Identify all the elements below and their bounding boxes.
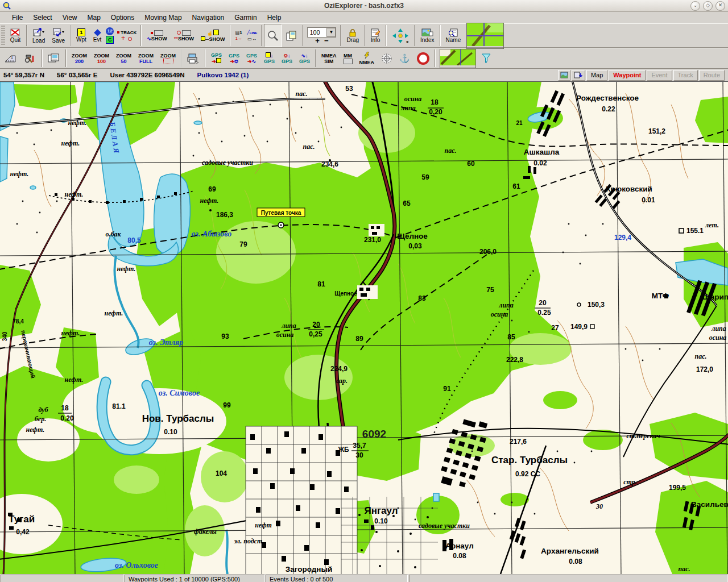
- map-magnifier-preview[interactable]: [466, 23, 504, 49]
- chevron-down-icon[interactable]: ▼: [326, 28, 336, 37]
- anchor-alarm-button[interactable]: ⚓: [396, 48, 413, 68]
- zoom-full-button[interactable]: ZOOMFULL: [135, 48, 157, 68]
- zoom-50-button[interactable]: ZOOM50: [113, 48, 135, 68]
- ruler-button[interactable]: ▭↔: [246, 36, 259, 41]
- maximize-button[interactable]: ◇: [703, 1, 713, 11]
- pan-control[interactable]: x: [388, 24, 412, 47]
- zoom-percent-select[interactable]: 100 ▼: [307, 27, 336, 38]
- gps-download-waypoints-button[interactable]: ↓ GPS: [260, 48, 278, 68]
- map-label: 85: [507, 333, 515, 341]
- waypoint-button[interactable]: 1 Wpt: [73, 24, 90, 47]
- waypoint-number-toggle[interactable]: 12: [106, 27, 114, 35]
- map-label: Стар. Турбаслы: [491, 455, 568, 465]
- map-label: 0,03: [408, 242, 422, 250]
- map-label: 222,8: [506, 356, 523, 364]
- print-button[interactable]: [184, 48, 203, 68]
- filter-button[interactable]: [478, 48, 494, 68]
- zoom-out-button[interactable]: −: [324, 38, 329, 44]
- gps-download-route-button[interactable]: ⎊↓ GPS: [278, 48, 296, 68]
- map-label: 75: [486, 286, 494, 294]
- map-label: 172,0: [696, 365, 713, 373]
- map-label: липа: [498, 301, 514, 309]
- gps-download-track-button[interactable]: ∿↓ GPS: [296, 48, 313, 68]
- map-label: садовые участки: [202, 159, 253, 167]
- map-label: 53: [345, 85, 353, 93]
- line-tool-button[interactable]: ╱LINE: [246, 30, 259, 36]
- image-button[interactable]: [44, 48, 64, 68]
- tab-route[interactable]: Route: [699, 70, 725, 81]
- magnify-button[interactable]: [264, 24, 282, 47]
- minimize-button[interactable]: ⌄: [690, 1, 700, 11]
- ruler-chip-icon: [344, 59, 353, 64]
- menu-select[interactable]: Select: [28, 13, 57, 23]
- show-names-button[interactable]: ☝ ─SHOW: [197, 24, 228, 47]
- load-button[interactable]: Load: [29, 24, 48, 47]
- map-label: Рождественское: [576, 94, 639, 102]
- menu-bar: File Select View Map Options Moving Map …: [0, 12, 728, 23]
- name-search-button[interactable]: Name: [442, 24, 465, 47]
- gps-upload-route-button[interactable]: GPS ➔⎊: [225, 48, 243, 68]
- zoom-control: 100 ▼ + −: [305, 24, 338, 47]
- info-button[interactable]: Info: [367, 24, 384, 47]
- menu-map[interactable]: Map: [82, 13, 106, 23]
- zoom-200-button[interactable]: ZOOM200: [68, 48, 90, 68]
- drag-button[interactable]: Drag: [343, 24, 362, 47]
- map-canvas[interactable]: пас.53осиналипа180,20Рождественское0.22н…: [0, 82, 728, 574]
- moving-map-button[interactable]: MM: [340, 48, 356, 68]
- save-position-button[interactable]: [572, 70, 585, 81]
- map-label: пас.: [303, 143, 315, 151]
- menu-file[interactable]: File: [7, 13, 28, 23]
- event-button[interactable]: Evt: [90, 24, 105, 47]
- show-waypoints-button[interactable]: ∿SHOW: [143, 24, 171, 47]
- satellite-status-button[interactable]: [378, 48, 396, 68]
- status-bar: Waypoints Used : 1 of 10000 (GPS:500) Ev…: [0, 574, 728, 582]
- tab-track[interactable]: Track: [673, 70, 698, 81]
- tab-waypoint[interactable]: Waypoint: [609, 70, 646, 81]
- map-label: 69: [208, 185, 216, 193]
- menu-navigation[interactable]: Navigation: [187, 13, 230, 23]
- map-label: нефт.: [68, 119, 87, 127]
- menu-garmin[interactable]: Garmin: [229, 13, 262, 23]
- screenshot-button[interactable]: [558, 70, 570, 81]
- zoom-in-button[interactable]: +: [315, 38, 320, 44]
- node-icon: [201, 36, 205, 41]
- map-label: 231,0: [364, 236, 381, 244]
- tab-map[interactable]: Map: [586, 70, 607, 81]
- menu-help[interactable]: Help: [262, 13, 287, 23]
- info-page-icon: [370, 28, 380, 37]
- map-label: 206,0: [479, 248, 497, 256]
- menu-moving-map[interactable]: Moving Map: [139, 13, 187, 23]
- tools-button[interactable]: [20, 48, 40, 68]
- map-label: нефт.: [61, 139, 80, 147]
- quit-button[interactable]: Quit: [6, 24, 24, 47]
- menu-options[interactable]: Options: [106, 13, 139, 23]
- nmea-simulator-button[interactable]: NMEASIM: [318, 48, 340, 68]
- toolbar-grip[interactable]: [1, 26, 5, 45]
- gps-upload-track-button[interactable]: GPS ➔∿: [243, 48, 260, 68]
- track-toggle[interactable]: TRACK: [116, 30, 138, 35]
- close-button[interactable]: ✕: [715, 1, 725, 11]
- man-overboard-button[interactable]: [413, 48, 433, 68]
- save-button[interactable]: Save: [48, 24, 68, 47]
- menu-view[interactable]: View: [57, 13, 82, 23]
- comment-toggle[interactable]: C: [106, 36, 114, 44]
- zoom-window-button[interactable]: ZOOM: [157, 48, 179, 68]
- map-label: 6092: [362, 428, 386, 440]
- pages-button[interactable]: [282, 24, 300, 47]
- ruler-tool-button[interactable]: 1: [0, 48, 20, 68]
- track-point-buttons[interactable]: +: [116, 36, 138, 41]
- waypoint-list-button[interactable]: ▤1: [234, 30, 243, 35]
- zoom-100-button[interactable]: ZOOM100: [90, 48, 113, 68]
- printer-icon: [187, 53, 200, 64]
- waypoint-distance-button[interactable]: 1↔: [234, 36, 243, 41]
- tab-event[interactable]: Event: [647, 70, 672, 81]
- gps-upload-waypoints-button[interactable]: GPS ➔: [208, 48, 225, 68]
- image-icon: [560, 72, 568, 78]
- map-overview-preview[interactable]: [440, 49, 476, 68]
- index-button[interactable]: Index: [417, 24, 437, 47]
- show-events-button[interactable]: °°SHOW: [171, 24, 197, 47]
- waypoint-icon: 1: [77, 28, 85, 36]
- map-label: нефт.: [10, 170, 29, 178]
- svg-text:1: 1: [11, 55, 13, 59]
- nmea-button[interactable]: NMEA: [356, 48, 378, 68]
